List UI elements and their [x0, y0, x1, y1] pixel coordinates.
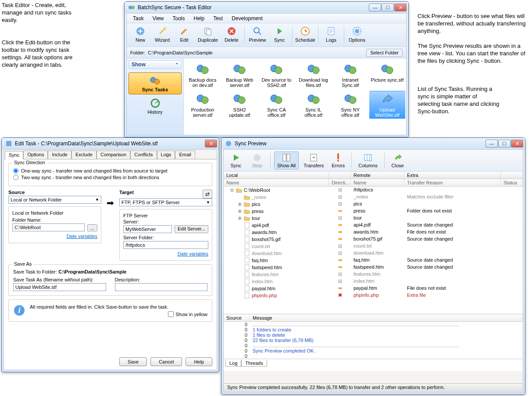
file-row[interactable]: phpinfo.php✖phpinfo.phpExtra file	[224, 292, 523, 299]
task-item[interactable]: Picture sync.stf	[369, 61, 405, 89]
file-list[interactable]: ⊟C:\WebRoot⊟/httpdocs_notes⊟_notesMatche…	[224, 187, 523, 314]
close-button[interactable]: ✕	[205, 140, 217, 148]
maximize-button[interactable]: ☐	[498, 140, 511, 148]
toolbar-wizard-button[interactable]: Wizard	[151, 25, 173, 46]
toolbar-preview-button[interactable]: Preview	[246, 25, 268, 46]
tab-sync[interactable]: Sync	[5, 151, 23, 159]
menubar: Task View Tools Help Test Development	[127, 14, 406, 23]
file-row[interactable]: count.txt⊟count.txt	[224, 243, 523, 250]
tab-options[interactable]: Options	[23, 151, 48, 159]
menu-tools[interactable]: Tools	[169, 14, 188, 22]
select-folder-button[interactable]: Select Folder	[366, 49, 403, 57]
toolbar-new-button[interactable]: New	[129, 25, 151, 46]
file-row[interactable]: ⊟C:\WebRoot⊟/httpdocs	[224, 187, 523, 194]
file-row[interactable]: _notes⊟_notesMatches exclude filter	[224, 194, 523, 201]
tab-exclude[interactable]: Exclude	[71, 151, 96, 159]
preview-sync-button[interactable]: Sync	[226, 151, 246, 169]
tab-log[interactable]: Log	[225, 360, 241, 367]
task-item[interactable]: Download log files.stf	[295, 61, 331, 89]
server-folder-input[interactable]	[123, 241, 208, 249]
menu-development[interactable]: Development	[228, 14, 266, 22]
toolbar-delete-button[interactable]: Delete	[221, 25, 243, 46]
two-way-radio[interactable]: Two-way sync - transfer new and changed …	[13, 175, 207, 180]
file-row[interactable]: features.htm⊟features.htm	[224, 271, 523, 278]
task-item[interactable]: Production server.stf	[185, 91, 221, 119]
file-row[interactable]: awards.htm➡awards.htmFile does not exist	[224, 229, 523, 236]
file-row[interactable]: ⊞press➡pressFolder does not exist	[224, 208, 523, 215]
col-reason[interactable]: Transfer Reason	[404, 179, 501, 186]
task-item[interactable]: Backup Web server.stf	[221, 61, 257, 89]
tab-comparison[interactable]: Comparison	[96, 151, 130, 159]
tab-conflicts[interactable]: Conflicts	[130, 151, 157, 159]
toolbar-sync-button[interactable]: Sync	[268, 25, 290, 46]
col-remote-name[interactable]: Name	[351, 179, 404, 186]
preview-columns-button[interactable]: Columns	[355, 151, 380, 169]
source-combo[interactable]: Local or Network Folder▼	[8, 196, 101, 204]
titlebar[interactable]: BatchSync Secure - Task Editor — ☐ ✕	[125, 2, 408, 13]
tab-email[interactable]: Email	[175, 151, 195, 159]
menu-help[interactable]: Help	[190, 14, 208, 22]
side-sync-tasks-button[interactable]: Sync Tasks	[129, 72, 182, 94]
menu-test[interactable]: Test	[210, 14, 226, 22]
file-row[interactable]: ⊞pics⊟pics	[224, 201, 523, 208]
svg-point-1	[131, 6, 135, 9]
task-item[interactable]: Upload WebSite.stf	[369, 91, 405, 119]
minimize-button[interactable]: —	[486, 140, 498, 148]
task-item[interactable]: Sync NY office.stf	[332, 91, 368, 119]
preview-show-all-button[interactable]: Show All	[274, 151, 299, 169]
file-row[interactable]: ⊞tour⊟tour	[224, 215, 523, 222]
tab-logs[interactable]: Logs	[157, 151, 175, 159]
task-item[interactable]: SSH2 update.stf	[221, 91, 257, 119]
server-input[interactable]	[123, 225, 172, 233]
close-button[interactable]: ✕	[394, 4, 407, 11]
task-item[interactable]: Intranet Sync.stf	[332, 61, 368, 89]
toolbar-options-button[interactable]: Options	[346, 25, 368, 46]
description-input[interactable]	[115, 283, 208, 291]
col-name[interactable]: Name	[224, 179, 329, 186]
tab-include[interactable]: Include	[48, 151, 71, 159]
file-row[interactable]: index.htm⊟index.htm	[224, 278, 523, 285]
col-direction[interactable]: Directi...	[329, 179, 351, 186]
task-item[interactable]: Dev source to SSH2.stf	[258, 61, 294, 89]
file-row[interactable]: faq.htm➡faq.htmSource date changed	[224, 257, 523, 264]
date-variables-link[interactable]: Date variables	[178, 251, 208, 256]
save-button[interactable]: Save	[119, 357, 147, 366]
minimize-button[interactable]: —	[369, 4, 381, 11]
edit-server-button[interactable]: Edit Server...	[175, 225, 208, 233]
file-row[interactable]: fastspeed.htm➡fastspeed.htmSource date c…	[224, 264, 523, 271]
tab-threads[interactable]: Threads	[241, 360, 267, 367]
toolbar-logs-button[interactable]: Logs	[320, 25, 342, 46]
menu-task[interactable]: Task	[129, 14, 147, 22]
show-yellow-checkbox[interactable]	[168, 311, 174, 317]
titlebar[interactable]: Edit Task - C:\ProgramData\Sync\Sample\U…	[2, 138, 219, 149]
date-variables-link[interactable]: Date variables	[67, 234, 97, 239]
filename-input[interactable]	[13, 283, 106, 291]
cancel-button[interactable]: Cancel	[150, 357, 182, 366]
file-row[interactable]: download.htm⊟download.htm	[224, 250, 523, 257]
side-show-header[interactable]: Show⌃	[129, 60, 182, 69]
task-item[interactable]: Sync IL office.stf	[295, 91, 331, 119]
file-row[interactable]: paypal.htm➡paypal.htmFile does not exist	[224, 285, 523, 292]
file-row[interactable]: api4.pdf➡api4.pdfSource date changed	[224, 222, 523, 229]
task-item[interactable]: Backup docs on dev.stf	[185, 61, 221, 89]
toolbar-duplicate-button[interactable]: Duplicate	[195, 25, 221, 46]
side-history-button[interactable]: History	[129, 98, 182, 115]
browse-button[interactable]: ...	[87, 224, 97, 231]
preview-transfers-button[interactable]: Transfers	[300, 151, 327, 169]
target-combo[interactable]: FTP, FTPS or SFTP Server▼	[119, 198, 212, 206]
help-button[interactable]: Help	[186, 357, 212, 366]
preview-errors-button[interactable]: Errors	[328, 151, 348, 169]
preview-close-button[interactable]: Close	[388, 151, 407, 169]
toolbar-edit-button[interactable]: Edit	[173, 25, 195, 46]
maximize-button[interactable]: ☐	[382, 4, 394, 11]
titlebar[interactable]: Sync Preview — ☐ ✕	[221, 138, 525, 149]
col-status[interactable]: Status	[501, 179, 523, 186]
menu-view[interactable]: View	[149, 14, 168, 22]
folder-name-input[interactable]	[12, 223, 85, 231]
task-item[interactable]: Sync CA office.stf	[258, 91, 294, 119]
one-way-radio[interactable]: One-way sync - transfer new and changed …	[13, 168, 207, 173]
file-row[interactable]: boxshot75.gif➡boxshot75.gifSource date c…	[224, 236, 523, 243]
close-button[interactable]: ✕	[511, 140, 523, 148]
swap-button[interactable]: ⇄	[203, 190, 212, 198]
toolbar-schedule-button[interactable]: Schedule	[294, 25, 316, 46]
